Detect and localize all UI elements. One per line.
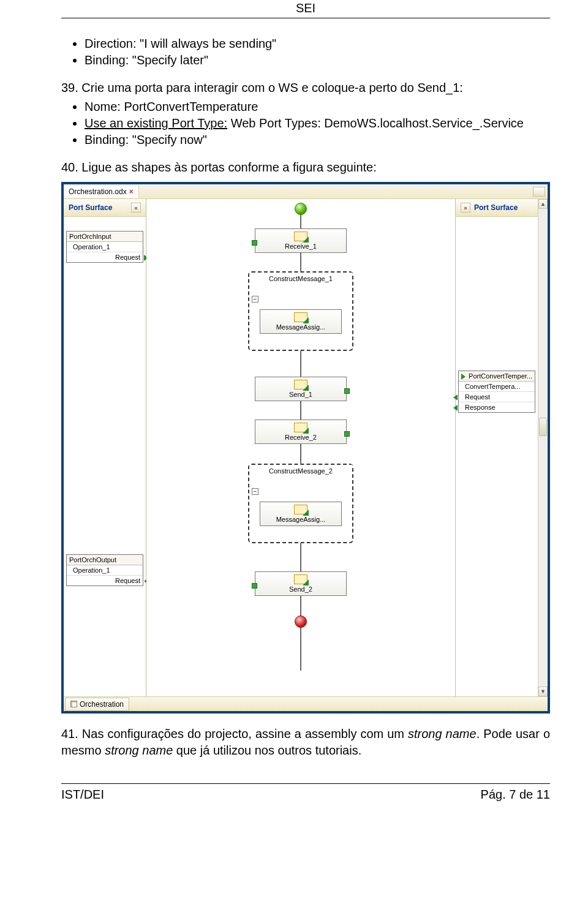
port-input-title: PortOrchInput [67,232,143,242]
envelope-icon [294,574,307,584]
envelope-icon [294,312,307,322]
port-convert-title: PortConvertTemper... [459,371,535,382]
window-dropdown-button[interactable] [533,187,545,197]
end-shape[interactable] [295,616,307,628]
port-surface-right: » Port Surface PortConvertTemper... Conv… [455,199,538,696]
collapse-toggle-icon[interactable]: − [252,488,258,495]
bullet-use-existing: Use an existing Port Type: Web Port Type… [85,115,550,132]
orchestration-canvas[interactable]: Receive_1 ConstructMessage_1 − MessageAs… [146,199,455,696]
port-handle[interactable] [344,388,350,394]
port-input-request: Request [67,252,143,262]
port-handle[interactable] [252,240,257,246]
port-handle[interactable] [252,583,257,589]
bullet-nome: Nome: PortConvertTemperature [85,99,550,115]
collapse-toggle-icon[interactable]: − [252,296,258,303]
connector-in-icon[interactable] [453,394,458,401]
step-40: 40. Ligue as shapes às portas conforme a… [61,159,550,176]
orchestration-tab-label: Orchestration [80,700,124,709]
bullet-binding-later: Binding: "Specify later" [85,52,550,69]
bullet-use-existing-value: Web Port Types: DemoWS.localhost.Service… [231,116,524,130]
scroll-up-button[interactable]: ▲ [538,199,548,209]
port-surface-left-title: Port Surface [69,203,112,212]
footer-divider [61,783,550,784]
editor-tabbar: Orchestration.odx × [64,184,548,199]
envelope-icon [294,505,307,514]
bullet-use-existing-label: Use an existing Port Type: [85,116,227,130]
step-39-intro: 39. Crie uma porta para interagir com o … [61,80,550,96]
port-orch-output[interactable]: PortOrchOutput Operation_1 Request [66,554,143,586]
bullet-list-39: Nome: PortConvertTemperature Use an exis… [61,99,550,148]
port-input-op: Operation_1 [67,242,143,252]
scroll-down-button[interactable]: ▼ [538,687,548,696]
send-1-shape[interactable]: Send_1 [255,377,347,401]
port-convert-temperature[interactable]: PortConvertTemper... ConvertTempera... R… [458,371,535,413]
collapse-left-icon[interactable]: « [131,203,141,213]
port-output-request: Request [67,576,143,586]
message-assign-1[interactable]: MessageAssig... [260,309,342,334]
port-surface-left-header: Port Surface « [64,199,146,217]
port-convert-response: Response [459,402,535,412]
port-convert-request: Request [459,392,535,402]
send-2-shape[interactable]: Send_2 [255,571,347,596]
port-surface-right-header: » Port Surface [456,199,538,217]
orchestration-screenshot: Orchestration.odx × Port Surface « PortO… [61,182,550,714]
receive-1-label: Receive_1 [285,243,317,250]
file-tab-label: Orchestration.odx [69,187,127,196]
vertical-scrollbar[interactable]: ▲ ▼ [538,199,548,696]
port-output-op: Operation_1 [67,565,143,576]
orchestration-tab[interactable]: Orchestration [65,698,129,711]
bullet-direction: Direction: "I will always be sending" [85,36,550,52]
header-divider [61,18,550,18]
orchestration-tab-icon [70,701,77,707]
port-handle[interactable] [344,431,350,437]
message-assign-2-label: MessageAssig... [276,516,326,523]
message-assign-1-label: MessageAssig... [276,323,326,331]
footer-left: IST/DEI [61,788,481,802]
footer-right: Pág. 7 de 11 [481,788,550,802]
construct-1-title: ConstructMessage_1 [249,273,352,284]
port-surface-left: Port Surface « PortOrchInput Operation_1… [64,199,146,696]
port-convert-op: ConvertTempera... [459,382,535,392]
port-output-title: PortOrchOutput [67,555,143,565]
port-surface-right-title: Port Surface [474,203,518,212]
page-header: SEI [61,0,550,18]
step-41: 41. Nas configurações do projecto, assin… [61,726,550,759]
receive-2-shape[interactable]: Receive_2 [255,420,347,444]
send-1-label: Send_1 [289,391,312,398]
file-tab[interactable]: Orchestration.odx × [64,186,139,198]
receive-1-shape[interactable]: Receive_1 [255,228,347,253]
scroll-thumb[interactable] [539,418,547,436]
port-orch-input[interactable]: PortOrchInput Operation_1 Request [66,231,143,263]
bullet-list-top: Direction: "I will always be sending" Bi… [61,36,550,69]
connector-out-icon[interactable] [453,405,458,411]
expand-icon [461,374,466,380]
message-assign-2[interactable]: MessageAssig... [260,502,342,526]
construct-message-1[interactable]: ConstructMessage_1 − MessageAssig... [248,271,353,351]
construct-2-title: ConstructMessage_2 [249,465,352,476]
page-footer: IST/DEI Pág. 7 de 11 [61,788,550,802]
receive-2-label: Receive_2 [285,434,317,441]
collapse-right-icon[interactable]: » [461,203,470,213]
envelope-icon [294,380,307,390]
envelope-icon [294,232,307,241]
send-2-label: Send_2 [289,586,312,593]
close-icon[interactable]: × [129,187,134,196]
construct-message-2[interactable]: ConstructMessage_2 − MessageAssig... [248,464,353,543]
editor-bottom-bar: Orchestration [64,696,548,711]
start-shape[interactable] [295,203,307,215]
bullet-binding-now: Binding: "Specify now" [85,132,550,148]
envelope-icon [294,423,307,432]
